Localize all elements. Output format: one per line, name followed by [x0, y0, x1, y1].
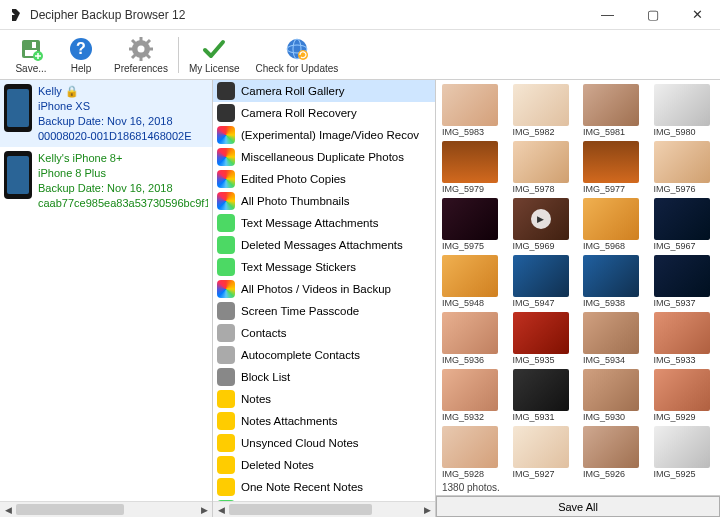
photo-thumbnail[interactable]: IMG_5935 — [513, 312, 574, 365]
scroll-track[interactable] — [229, 502, 419, 517]
maximize-button[interactable]: ▢ — [630, 0, 675, 29]
license-button[interactable]: My License — [181, 34, 248, 76]
thumbnail-image — [583, 198, 639, 240]
photo-thumbnail[interactable]: IMG_5981 — [583, 84, 644, 137]
photo-thumbnail[interactable]: IMG_5925 — [654, 426, 715, 479]
window-controls: — ▢ ✕ — [585, 0, 720, 29]
photo-thumbnail[interactable]: IMG_5980 — [654, 84, 715, 137]
category-label: Autocomplete Contacts — [241, 349, 360, 361]
category-item[interactable]: Deleted Notes — [213, 454, 435, 476]
category-label: Deleted Notes — [241, 459, 314, 471]
photo-thumbnail[interactable]: IMG_5934 — [583, 312, 644, 365]
category-item[interactable]: One Note Recent Notes — [213, 476, 435, 498]
photo-thumbnail[interactable]: IMG_5927 — [513, 426, 574, 479]
category-item[interactable]: All Photo Thumbnails — [213, 190, 435, 212]
category-item[interactable]: Camera Roll Gallery — [213, 80, 435, 102]
help-button[interactable]: ? Help — [56, 34, 106, 76]
category-item[interactable]: Text Message Attachments — [213, 212, 435, 234]
thumbnail-label: IMG_5936 — [442, 355, 484, 365]
scroll-left-icon[interactable]: ◀ — [0, 502, 16, 517]
category-label: Camera Roll Gallery — [241, 85, 345, 97]
globe-refresh-icon — [284, 36, 310, 62]
scroll-track[interactable] — [16, 502, 196, 517]
photo-thumbnail[interactable]: ▶ IMG_5969 — [513, 198, 574, 251]
gallery-panel: IMG_5983 IMG_5982 IMG_5981 IMG_5980 IMG_… — [436, 80, 720, 517]
device-scrollbar[interactable]: ◀ ▶ — [0, 501, 212, 517]
photo-thumbnail[interactable]: IMG_5930 — [583, 369, 644, 422]
photo-thumbnail[interactable]: IMG_5947 — [513, 255, 574, 308]
category-item[interactable]: Notes — [213, 388, 435, 410]
scroll-left-icon[interactable]: ◀ — [213, 502, 229, 517]
save-icon — [18, 36, 44, 62]
check-updates-button[interactable]: Check for Updates — [248, 34, 347, 76]
thumbnail-label: IMG_5931 — [513, 412, 555, 422]
photo-thumbnail[interactable]: IMG_5932 — [442, 369, 503, 422]
device-item[interactable]: Kelly 🔒 iPhone XS Backup Date: Nov 16, 2… — [0, 80, 212, 147]
thumbnail-label: IMG_5926 — [583, 469, 625, 479]
thumbnail-image — [654, 141, 710, 183]
thumbnail-image — [583, 141, 639, 183]
photo-thumbnail[interactable]: IMG_5968 — [583, 198, 644, 251]
updates-label: Check for Updates — [256, 63, 339, 74]
category-item[interactable]: Block List — [213, 366, 435, 388]
device-info: Kelly's iPhone 8+ iPhone 8 Plus Backup D… — [38, 151, 208, 210]
photo-thumbnail[interactable]: IMG_5938 — [583, 255, 644, 308]
thumbnail-label: IMG_5937 — [654, 298, 696, 308]
preferences-button[interactable]: Preferences — [106, 34, 176, 76]
photo-thumbnail[interactable]: IMG_5929 — [654, 369, 715, 422]
category-item[interactable]: All Photos / Videos in Backup — [213, 278, 435, 300]
thumbnail-label: IMG_5927 — [513, 469, 555, 479]
device-backup-date: Backup Date: Nov 16, 2018 — [38, 114, 192, 129]
photo-thumbnail[interactable]: IMG_5967 — [654, 198, 715, 251]
photo-thumbnail[interactable]: IMG_5933 — [654, 312, 715, 365]
category-label: Notes — [241, 393, 271, 405]
scroll-thumb[interactable] — [229, 504, 372, 515]
scroll-right-icon[interactable]: ▶ — [196, 502, 212, 517]
device-item[interactable]: Kelly's iPhone 8+ iPhone 8 Plus Backup D… — [0, 147, 212, 214]
photo-thumbnail[interactable]: IMG_5976 — [654, 141, 715, 194]
category-scrollbar[interactable]: ◀ ▶ — [213, 501, 435, 517]
category-item[interactable]: Deleted Messages Attachments — [213, 234, 435, 256]
photo-thumbnail[interactable]: IMG_5975 — [442, 198, 503, 251]
save-button[interactable]: Save... — [6, 34, 56, 76]
check-icon — [201, 36, 227, 62]
photo-thumbnail[interactable]: IMG_5926 — [583, 426, 644, 479]
close-button[interactable]: ✕ — [675, 0, 720, 29]
thumbnail-image — [513, 426, 569, 468]
device-id: 00008020-001D18681468002E — [38, 129, 192, 144]
thumbnail-label: IMG_5967 — [654, 241, 696, 251]
category-item[interactable]: Camera Roll Recovery — [213, 102, 435, 124]
category-item[interactable]: Text Message Stickers — [213, 256, 435, 278]
photo-thumbnail[interactable]: IMG_5936 — [442, 312, 503, 365]
thumbnail-label: IMG_5929 — [654, 412, 696, 422]
category-item[interactable]: Contacts — [213, 322, 435, 344]
device-name: Kelly 🔒 — [38, 84, 192, 99]
category-item[interactable]: Screen Time Passcode — [213, 300, 435, 322]
category-item[interactable]: (Experimental) Image/Video Recov — [213, 124, 435, 146]
thumbnail-label: IMG_5969 — [513, 241, 555, 251]
main-body: Kelly 🔒 iPhone XS Backup Date: Nov 16, 2… — [0, 80, 720, 517]
photo-thumbnail[interactable]: IMG_5983 — [442, 84, 503, 137]
scroll-right-icon[interactable]: ▶ — [419, 502, 435, 517]
category-item[interactable]: Notes Attachments — [213, 410, 435, 432]
thumbnail-label: IMG_5977 — [583, 184, 625, 194]
thumbnail-label: IMG_5978 — [513, 184, 555, 194]
photo-thumbnail[interactable]: IMG_5977 — [583, 141, 644, 194]
minimize-button[interactable]: — — [585, 0, 630, 29]
category-item[interactable]: Edited Photo Copies — [213, 168, 435, 190]
photo-thumbnail[interactable]: IMG_5982 — [513, 84, 574, 137]
photo-thumbnail[interactable]: IMG_5931 — [513, 369, 574, 422]
thumbnail-image — [513, 255, 569, 297]
photo-thumbnail[interactable]: IMG_5937 — [654, 255, 715, 308]
notes-icon — [217, 412, 235, 430]
photo-thumbnail[interactable]: IMG_5978 — [513, 141, 574, 194]
photo-thumbnail[interactable]: IMG_5979 — [442, 141, 503, 194]
photo-thumbnail[interactable]: IMG_5948 — [442, 255, 503, 308]
category-label: Screen Time Passcode — [241, 305, 359, 317]
category-item[interactable]: Autocomplete Contacts — [213, 344, 435, 366]
save-all-button[interactable]: Save All — [436, 496, 720, 517]
scroll-thumb[interactable] — [16, 504, 124, 515]
category-item[interactable]: Miscellaneous Duplicate Photos — [213, 146, 435, 168]
photo-thumbnail[interactable]: IMG_5928 — [442, 426, 503, 479]
category-item[interactable]: Unsynced Cloud Notes — [213, 432, 435, 454]
